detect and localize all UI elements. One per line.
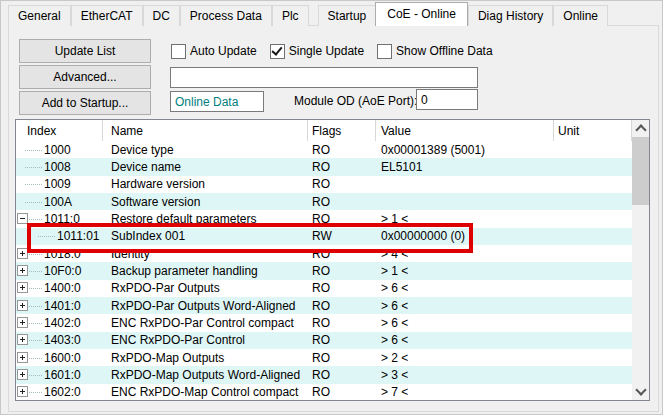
coe-online-panel: GeneralEtherCATDCProcess DataPlcStartupC… — [0, 0, 663, 415]
tab-coe-online[interactable]: CoE - Online — [375, 2, 468, 26]
tab-bar: GeneralEtherCATDCProcess DataPlcStartupC… — [8, 3, 660, 26]
row-index: 1009 — [44, 177, 71, 191]
tree-dotted-line-icon — [29, 375, 42, 376]
row-index: 1018:0 — [44, 247, 81, 261]
table-row[interactable]: 1011:01 SubIndex 001 RW 0x00000000 (0) — [16, 228, 632, 245]
row-index: 10F0:0 — [44, 264, 81, 278]
tree-dotted-line-icon — [29, 306, 42, 307]
row-name: ENC RxPDO-Map Control compact — [103, 385, 308, 399]
tab-label: Process Data — [190, 9, 262, 23]
table-row[interactable]: 1011:0 Restore default parameters RO > 1… — [16, 210, 632, 227]
row-flags: RO — [308, 177, 376, 191]
scroll-up-button[interactable] — [632, 120, 649, 137]
tree-expander-icon[interactable] — [17, 248, 28, 259]
tree-dotted-line-icon — [29, 340, 42, 341]
column-header-flags[interactable]: Flags — [308, 120, 376, 141]
column-header-name[interactable]: Name — [103, 120, 308, 141]
table-row[interactable]: 1400:0 RxPDO-Par Outputs RO > 6 < — [16, 280, 632, 297]
row-index: 1011:0 — [44, 212, 80, 226]
filter-input[interactable] — [170, 67, 478, 88]
table-row[interactable]: 1403:0 ENC RxPDO-Par Control RO > 6 < — [16, 332, 632, 349]
table-row[interactable]: 1602:0 ENC RxPDO-Map Control compact RO … — [16, 384, 632, 400]
row-flags: RW — [308, 229, 376, 243]
vertical-scrollbar[interactable] — [632, 120, 649, 400]
table-row[interactable]: 1600:0 RxPDO-Map Outputs RO > 2 < — [16, 349, 632, 366]
tree-expander-icon[interactable] — [17, 282, 28, 293]
row-name: Hardware version — [103, 177, 308, 191]
row-value: > 6 < — [376, 333, 554, 347]
row-name: RxPDO-Map Outputs Word-Aligned — [103, 368, 308, 382]
show-offline-data-checkbox[interactable]: Show Offline Data — [377, 44, 493, 59]
tab-startup[interactable]: Startup — [318, 5, 377, 26]
tab-ethercat[interactable]: EtherCAT — [71, 5, 143, 26]
row-flags: RO — [308, 316, 376, 330]
row-value: > 2 < — [376, 351, 554, 365]
scroll-down-button[interactable] — [632, 383, 649, 400]
row-index: 1602:0 — [44, 385, 81, 399]
row-value: 0x00001389 (5001) — [376, 143, 554, 157]
tree-gutter — [16, 297, 44, 314]
tree-gutter — [29, 228, 57, 245]
advanced-button[interactable]: Advanced... — [19, 65, 151, 89]
row-value: > 7 < — [376, 385, 554, 399]
tree-expander-icon[interactable] — [17, 352, 28, 363]
tab-general[interactable]: General — [8, 5, 71, 26]
checkbox-box-icon[interactable] — [270, 44, 285, 59]
tab-label: Startup — [328, 9, 367, 23]
column-header-index[interactable]: Index — [16, 120, 103, 141]
row-index: 1600:0 — [44, 351, 81, 365]
table-row[interactable]: 1018:0 Identity RO > 4 < — [16, 245, 632, 262]
module-od-port-input[interactable] — [416, 89, 478, 110]
checkbox-box-icon[interactable] — [377, 44, 392, 59]
row-flags: RO — [308, 333, 376, 347]
column-header-value[interactable]: Value — [376, 120, 554, 141]
tree-gutter — [16, 210, 44, 227]
table-row[interactable]: 1008 Device name RO EL5101 — [16, 158, 632, 175]
update-list-button[interactable]: Update List — [19, 39, 151, 63]
column-header-unit[interactable]: Unit — [554, 120, 632, 141]
tree-dotted-line-icon — [25, 184, 42, 185]
row-index: 100A — [44, 195, 72, 209]
row-name: ENC RxPDO-Par Control — [103, 333, 308, 347]
row-name: Identity — [103, 247, 308, 261]
tree-dotted-line-icon — [29, 271, 42, 272]
tab-process-data[interactable]: Process Data — [180, 5, 272, 26]
single-update-checkbox[interactable]: Single Update — [270, 44, 364, 59]
row-index: 1401:0 — [44, 299, 81, 313]
tree-expander-icon[interactable] — [17, 300, 28, 311]
table-row[interactable]: 100A Software version RO — [16, 193, 632, 210]
tree-expander-icon[interactable] — [17, 317, 28, 328]
tree-expander-icon[interactable] — [17, 334, 28, 345]
tree-expander-icon[interactable] — [17, 213, 28, 224]
tab-online[interactable]: Online — [553, 5, 608, 26]
tab-diag-history[interactable]: Diag History — [468, 5, 553, 26]
table-row[interactable]: 1000 Device type RO 0x00001389 (5001) — [16, 141, 632, 158]
auto-update-checkbox[interactable]: Auto Update — [171, 44, 257, 59]
scrollbar-thumb[interactable] — [632, 137, 649, 205]
tab-label: Plc — [282, 9, 299, 23]
tree-gutter — [16, 158, 44, 175]
tab-plc[interactable]: Plc — [272, 5, 309, 26]
tree-dotted-line-icon — [29, 358, 42, 359]
tree-expander-icon[interactable] — [17, 386, 28, 397]
update-options-row: Auto Update Single Update Show Offline D… — [171, 43, 506, 59]
table-row[interactable]: 1402:0 ENC RxPDO-Par Control compact RO … — [16, 314, 632, 331]
table-row[interactable]: 1401:0 RxPDO-Par Outputs Word-Aligned RO… — [16, 297, 632, 314]
tree-expander-icon[interactable] — [17, 369, 28, 380]
row-index: 1400:0 — [44, 281, 81, 295]
row-index: 1011:01 — [57, 229, 100, 243]
tree-expander-icon[interactable] — [17, 265, 28, 276]
table-row[interactable]: 1601:0 RxPDO-Map Outputs Word-Aligned RO… — [16, 366, 632, 383]
tree-dotted-line-icon — [29, 323, 42, 324]
table-row[interactable]: 1009 Hardware version RO — [16, 176, 632, 193]
row-name: SubIndex 001 — [103, 229, 308, 243]
tab-dc[interactable]: DC — [143, 5, 180, 26]
table-row[interactable]: 10F0:0 Backup parameter handling RO > 1 … — [16, 262, 632, 279]
checkbox-box-icon[interactable] — [171, 44, 186, 59]
row-index: 1000 — [44, 143, 71, 157]
add-to-startup-button[interactable]: Add to Startup... — [19, 91, 151, 115]
tab-label: CoE - Online — [387, 7, 456, 21]
checkbox-label: Single Update — [289, 44, 364, 58]
row-index: 1402:0 — [44, 316, 81, 330]
row-flags: RO — [308, 351, 376, 365]
